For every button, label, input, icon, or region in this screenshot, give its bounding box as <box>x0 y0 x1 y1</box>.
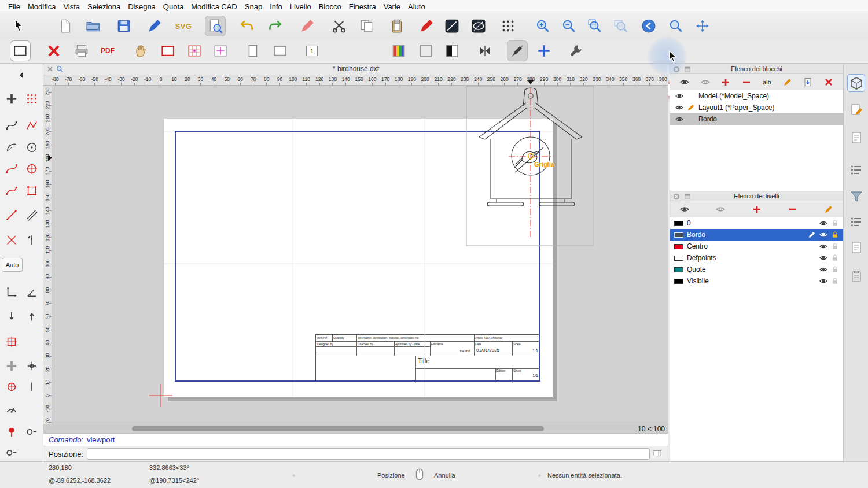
menu-aiuto[interactable]: Aiuto <box>408 2 425 11</box>
close-panel-icon[interactable] <box>672 193 681 201</box>
visibility-eye-icon[interactable] <box>675 115 683 123</box>
panel-filter-button[interactable] <box>847 187 865 205</box>
layer-visibility-button[interactable] <box>676 203 693 216</box>
cross-line-tool[interactable] <box>2 231 21 249</box>
cut-button[interactable] <box>329 16 350 36</box>
magnifier-button[interactable] <box>665 16 686 36</box>
paper-portrait-button[interactable] <box>242 40 263 61</box>
layer-add-button[interactable] <box>748 203 766 216</box>
palette-back-button[interactable] <box>2 68 41 82</box>
pdf-export-button[interactable]: PDF <box>97 40 118 61</box>
panel-blocks-button[interactable] <box>847 74 865 92</box>
color-palette-button[interactable] <box>388 40 409 61</box>
layer-row[interactable]: Quote <box>670 264 843 275</box>
panel-list2-button[interactable] <box>847 213 865 231</box>
menu-snap[interactable]: Snap <box>245 2 262 11</box>
bezier-tool[interactable] <box>2 160 21 178</box>
menu-modifica[interactable]: Modifica <box>28 2 56 11</box>
menu-modifica-cad[interactable]: Modifica CAD <box>191 2 237 11</box>
edit-document-button[interactable] <box>144 16 165 36</box>
layer-row[interactable]: Centro <box>670 241 843 252</box>
grid-lines-button[interactable] <box>329 40 350 61</box>
vertical-line-tool[interactable] <box>22 378 41 395</box>
circle-center-tool[interactable] <box>22 139 41 156</box>
layer-visibility-icon[interactable] <box>819 277 827 285</box>
zoom-out-button[interactable] <box>558 16 579 36</box>
block-insert-button[interactable] <box>799 76 816 88</box>
close-panel-icon[interactable] <box>672 65 681 73</box>
auto-snap-button[interactable]: Auto <box>2 258 23 272</box>
menu-varie[interactable]: Varie <box>384 2 400 11</box>
paper-landscape-button[interactable] <box>270 40 290 61</box>
double-line-tool[interactable] <box>22 206 41 224</box>
block-rename-button[interactable]: alb <box>758 76 775 88</box>
layer-row[interactable]: 0 <box>670 217 843 229</box>
layer-lock-icon[interactable] <box>831 231 839 239</box>
diagonal-line-tool[interactable] <box>2 206 21 224</box>
layer-lock-icon[interactable] <box>831 242 839 250</box>
menu-livello[interactable]: Livello <box>290 2 311 11</box>
save-document-button[interactable] <box>113 16 134 36</box>
arc-tool[interactable] <box>2 139 21 156</box>
single-page-button[interactable]: 1 <box>301 40 322 61</box>
svg-export-button[interactable]: SVG <box>173 16 194 36</box>
position-input[interactable] <box>87 448 650 460</box>
block-row[interactable]: Bordo <box>670 113 843 125</box>
undo-button[interactable] <box>237 16 258 36</box>
snap-plus-tool[interactable] <box>2 90 21 108</box>
viewport-cross-button[interactable] <box>210 40 231 61</box>
select-arrow-button[interactable] <box>8 16 29 36</box>
block-visibility-button[interactable] <box>676 76 693 88</box>
circle-target-tool[interactable] <box>22 160 41 178</box>
draft-pen-button[interactable] <box>507 40 528 61</box>
detach-panel-icon[interactable] <box>683 65 692 73</box>
detach-panel-icon[interactable] <box>683 193 692 201</box>
command-line[interactable]: Comando: viewport <box>43 433 668 446</box>
layer-visibility-icon[interactable] <box>819 254 827 262</box>
block-row[interactable]: Model (*Model_Space) <box>670 90 843 102</box>
block-visibility-off-button[interactable] <box>697 76 714 88</box>
menu-file[interactable]: File <box>8 2 20 11</box>
up-two-tool[interactable] <box>22 308 41 325</box>
print-button[interactable] <box>71 40 92 61</box>
curve-tool[interactable] <box>2 182 21 199</box>
copy-button[interactable] <box>356 16 377 36</box>
layer-row[interactable]: Bordo <box>670 229 843 241</box>
layer-visibility-icon[interactable] <box>819 242 827 250</box>
block-delete-button[interactable] <box>820 76 837 88</box>
pan-hand-button[interactable] <box>131 40 152 61</box>
menu-quota[interactable]: Quota <box>163 2 183 11</box>
layer-lock-icon[interactable] <box>831 265 839 273</box>
rect-handles-tool[interactable] <box>22 182 41 199</box>
layer-visibility-off-button[interactable] <box>712 203 729 216</box>
layer-visibility-icon[interactable] <box>819 219 827 227</box>
menu-vista[interactable]: Vista <box>63 2 80 11</box>
block-row[interactable]: Layout1 (*Paper_Space) <box>670 102 843 113</box>
spline-tool[interactable] <box>2 117 21 134</box>
new-document-button[interactable] <box>55 16 76 36</box>
down-one-tool[interactable] <box>2 308 21 325</box>
menu-disegna[interactable]: Disegna <box>128 2 156 11</box>
collapse-button[interactable] <box>475 40 495 61</box>
layer-row[interactable]: Visibile <box>670 275 843 287</box>
line-tool-button[interactable] <box>442 16 462 36</box>
panel-sheet-button[interactable] <box>847 128 865 146</box>
layer-lock-icon[interactable] <box>831 219 839 227</box>
panel-list-button[interactable] <box>847 161 865 179</box>
layer-lock-icon[interactable] <box>831 254 839 262</box>
ellipse-tool-button[interactable] <box>468 16 489 36</box>
angle-tool[interactable] <box>22 283 41 301</box>
square-target-tool[interactable] <box>2 333 21 350</box>
axes-xy-tool[interactable] <box>2 283 21 301</box>
view-back-button[interactable] <box>638 16 659 36</box>
menu-seleziona[interactable]: Seleziona <box>87 2 120 11</box>
layer-edit-button[interactable] <box>820 203 837 216</box>
circle-plus-tool[interactable] <box>2 378 21 395</box>
print-preview-button[interactable] <box>205 16 226 36</box>
close-red-button[interactable] <box>43 40 64 61</box>
drawing-canvas[interactable]: Item ref Quantity Title/Name, destinatio… <box>52 86 668 424</box>
horizontal-scrollbar-thumb[interactable] <box>132 426 544 431</box>
zoom-page-button[interactable] <box>355 40 376 61</box>
panel-toggle-icon[interactable] <box>653 449 662 458</box>
soft-plus-tool[interactable] <box>2 357 21 375</box>
